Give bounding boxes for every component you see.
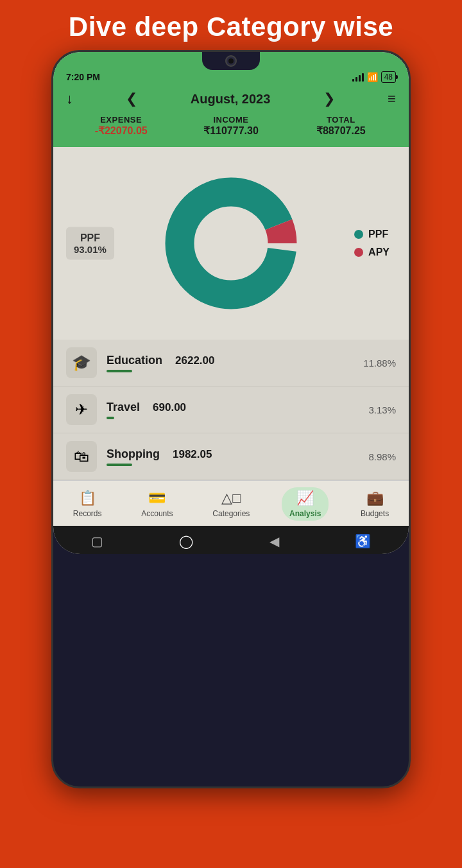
- legend-ppf-dot: [354, 230, 363, 239]
- income-summary: INCOME ₹110777.30: [176, 115, 286, 137]
- shopping-info: Shopping 1982.05: [107, 447, 351, 466]
- legend-apy: APY: [354, 247, 389, 258]
- travel-icon: ✈: [66, 394, 97, 425]
- back-btn[interactable]: ◀: [270, 534, 279, 549]
- total-value: ₹88707.25: [286, 125, 396, 137]
- records-icon: 📋: [79, 490, 96, 507]
- category-list: 🎓 Education 2622.00 11.88% ✈: [53, 340, 409, 480]
- education-info: Education 2622.00: [107, 354, 351, 372]
- chart-label-pct: 93.01%: [74, 244, 107, 255]
- side-button-right: [409, 180, 411, 232]
- accessibility-btn[interactable]: ♿: [355, 534, 371, 549]
- analysis-icon: 📈: [296, 490, 314, 507]
- side-button-left: [51, 180, 53, 219]
- expense-value: -₹22070.05: [66, 125, 176, 137]
- wifi-icon: 📶: [367, 72, 378, 82]
- prev-month-icon[interactable]: ❮: [126, 91, 137, 107]
- phone-frame-wrapper: 7:20 PM 📶 48 ↓ ❮ August, 2: [0, 50, 462, 788]
- budgets-icon: 💼: [366, 490, 384, 507]
- app-header: ↓ ❮ August, 2023 ❯ ≡ EXPENSE -₹22070.05 …: [53, 85, 409, 147]
- nav-records[interactable]: 📋 Records: [65, 487, 110, 521]
- nav-analysis[interactable]: 📈 Analysis: [282, 487, 329, 521]
- shopping-icon: 🛍: [66, 441, 97, 472]
- category-item-education[interactable]: 🎓 Education 2622.00 11.88%: [53, 340, 409, 386]
- chart-label-box: PPF 93.01%: [66, 227, 114, 260]
- travel-info: Travel 690.00: [107, 401, 351, 419]
- category-item-travel[interactable]: ✈ Travel 690.00 3.13%: [53, 386, 409, 433]
- expense-label: EXPENSE: [66, 115, 176, 125]
- shopping-pct: 8.98%: [361, 451, 396, 462]
- phone-screen: 7:20 PM 📶 48 ↓ ❮ August, 2: [53, 52, 409, 554]
- education-pct: 11.88%: [361, 358, 396, 369]
- analysis-label: Analysis: [289, 509, 321, 518]
- category-item-shopping[interactable]: 🛍 Shopping 1982.05 8.98%: [53, 433, 409, 480]
- legend-box: PPF APY: [354, 229, 389, 258]
- donut-inner: [198, 210, 264, 277]
- recent-apps-btn[interactable]: ▢: [91, 534, 103, 549]
- bottom-nav: 📋 Records 💳 Accounts △□ Categories 📈 Ana…: [53, 480, 409, 526]
- legend-ppf-label: PPF: [368, 229, 388, 240]
- accounts-label: Accounts: [141, 509, 173, 518]
- download-icon[interactable]: ↓: [66, 91, 73, 107]
- shopping-name-row: Shopping 1982.05: [107, 447, 351, 461]
- accounts-icon: 💳: [148, 490, 166, 507]
- month-display: August, 2023: [191, 92, 270, 107]
- education-name: Education: [107, 354, 162, 367]
- chart-label-name: PPF: [74, 232, 107, 244]
- categories-label: Categories: [212, 509, 250, 518]
- budgets-label: Budgets: [361, 509, 389, 518]
- total-summary: TOTAL ₹88707.25: [286, 115, 396, 137]
- signal-icon: [352, 73, 364, 82]
- travel-amount: 690.00: [153, 401, 186, 414]
- travel-bar: [107, 417, 114, 419]
- status-time: 7:20 PM: [66, 72, 100, 82]
- education-amount: 2622.00: [175, 354, 214, 367]
- phone-frame: 7:20 PM 📶 48 ↓ ❮ August, 2: [51, 50, 411, 788]
- expense-summary: EXPENSE -₹22070.05: [66, 115, 176, 137]
- legend-ppf: PPF: [354, 229, 389, 240]
- total-label: TOTAL: [286, 115, 396, 125]
- records-label: Records: [73, 509, 102, 518]
- education-bar: [107, 370, 132, 372]
- page-title: Dive deep Category wise: [0, 0, 462, 50]
- shopping-bar: [107, 464, 132, 466]
- travel-name: Travel: [107, 401, 140, 414]
- education-icon: 🎓: [66, 347, 97, 378]
- filter-icon[interactable]: ≡: [388, 91, 396, 107]
- travel-pct: 3.13%: [361, 404, 396, 415]
- home-indicator: ▢ ◯ ◀ ♿: [53, 526, 409, 554]
- income-value: ₹110777.30: [176, 125, 286, 137]
- education-name-row: Education 2622.00: [107, 354, 351, 367]
- travel-name-row: Travel 690.00: [107, 401, 351, 414]
- shopping-amount: 1982.05: [173, 448, 212, 461]
- next-month-icon[interactable]: ❯: [323, 91, 335, 107]
- legend-apy-dot: [354, 248, 363, 257]
- home-btn[interactable]: ◯: [179, 534, 193, 549]
- summary-row: EXPENSE -₹22070.05 INCOME ₹110777.30 TOT…: [66, 112, 396, 139]
- donut-chart: [154, 166, 308, 320]
- donut-svg: [154, 166, 308, 320]
- battery-icon: 48: [381, 71, 396, 83]
- camera-bump: [202, 52, 260, 70]
- status-icons: 📶 48: [352, 71, 396, 83]
- nav-budgets[interactable]: 💼 Budgets: [353, 487, 397, 521]
- shopping-name: Shopping: [107, 447, 160, 461]
- income-label: INCOME: [176, 115, 286, 125]
- camera-lens: [225, 55, 237, 67]
- chart-area: PPF 93.01%: [53, 147, 409, 340]
- nav-accounts[interactable]: 💳 Accounts: [133, 487, 180, 521]
- categories-icon: △□: [221, 490, 241, 507]
- nav-categories[interactable]: △□ Categories: [205, 487, 257, 521]
- header-nav: ↓ ❮ August, 2023 ❯ ≡: [66, 91, 396, 107]
- legend-apy-label: APY: [368, 247, 389, 258]
